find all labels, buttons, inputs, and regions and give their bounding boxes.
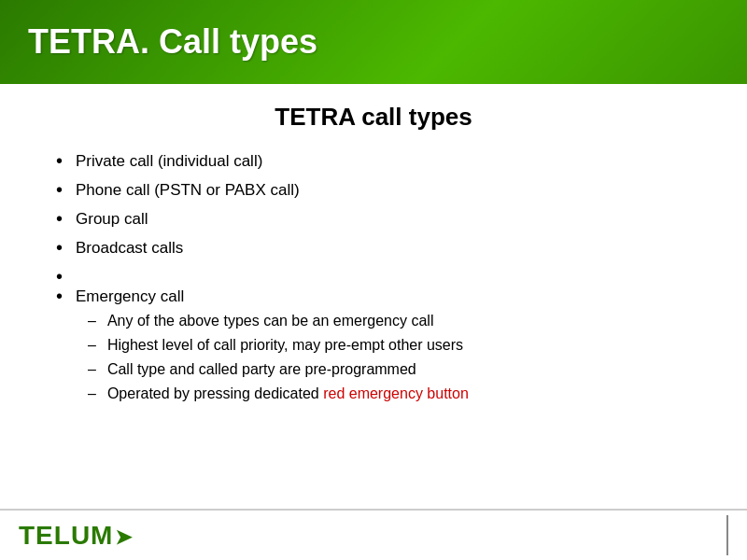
bullet-text: Group call bbox=[76, 210, 148, 229]
list-item: Phone call (PSTN or PABX call) bbox=[56, 181, 691, 201]
list-item: Broadcast calls bbox=[56, 239, 691, 259]
sub-list-item: Highest level of call priority, may pre-… bbox=[88, 337, 469, 354]
main-content: TETRA call types Private call (individua… bbox=[0, 84, 747, 428]
sub-list: Any of the above types can be an emergen… bbox=[88, 313, 469, 410]
sub-item-text: Call type and called party are pre-progr… bbox=[107, 361, 416, 378]
bullet-list: Private call (individual call) Phone cal… bbox=[56, 152, 691, 410]
bullet-text: Broadcast calls bbox=[76, 239, 183, 258]
footer: TELUM➤ bbox=[0, 509, 747, 560]
list-item: Private call (individual call) bbox=[56, 152, 691, 172]
sub-item-text: Any of the above types can be an emergen… bbox=[107, 313, 434, 329]
logo-arrow-icon: ➤ bbox=[115, 525, 133, 549]
sub-item-text: Highest level of call priority, may pre-… bbox=[107, 337, 463, 354]
sub-list-item: Any of the above types can be an emergen… bbox=[88, 313, 469, 329]
list-item-emergency: • Emergency call Any of the above types … bbox=[56, 268, 691, 410]
logo: TELUM➤ bbox=[19, 521, 133, 551]
footer-divider bbox=[726, 515, 728, 555]
bullet-text-emergency: Emergency call bbox=[76, 287, 184, 306]
bullet-text: Private call (individual call) bbox=[76, 152, 262, 171]
sub-list-item: Call type and called party are pre-progr… bbox=[88, 361, 469, 378]
sub-list-item: Operated by pressing dedicated red emerg… bbox=[88, 385, 469, 402]
slide-title: TETRA call types bbox=[56, 103, 691, 132]
header: TETRA. Call types bbox=[0, 0, 747, 84]
sub-item-text: Operated by pressing dedicated red emerg… bbox=[107, 385, 469, 402]
bullet-text: Phone call (PSTN or PABX call) bbox=[76, 181, 300, 200]
header-title: TETRA. Call types bbox=[28, 22, 317, 62]
list-item: Group call bbox=[56, 210, 691, 230]
red-text: red emergency button bbox=[323, 385, 469, 401]
